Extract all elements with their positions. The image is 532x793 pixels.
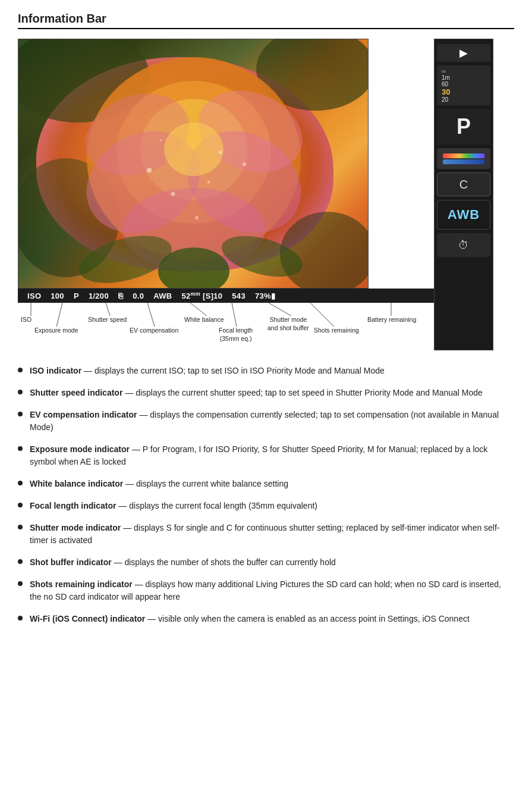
list-item: Wi-Fi (iOS Connect) indicator — visible … xyxy=(18,613,514,625)
list-item: Shots remaining indicator — displays how… xyxy=(18,578,514,603)
list-item-text: Wi-Fi (iOS Connect) indicator — visible … xyxy=(30,613,470,625)
features-list: ISO indicator — displays the current ISO… xyxy=(18,365,514,625)
ev-icon: ⎘ xyxy=(115,292,127,300)
list-item: White balance indicator — displays the c… xyxy=(18,478,514,490)
svg-point-17 xyxy=(243,162,246,166)
white-balance-diagram-label: White balance xyxy=(184,316,224,323)
timer-icon: ⏱ xyxy=(458,239,469,252)
bullet-dot xyxy=(18,390,23,394)
desc-focal: — displays the current focal length (35m… xyxy=(118,501,317,510)
battery-diagram-label: Battery remaining xyxy=(367,316,416,323)
shutter-mode-diagram-label: Shutter modeand shot buffer xyxy=(267,316,309,332)
svg-point-10 xyxy=(74,80,201,189)
sidebar-continuous-mode: C xyxy=(437,173,490,196)
awb-icon: AWB xyxy=(448,207,480,222)
sidebar-program-mode: P xyxy=(437,109,490,145)
list-item-text: EV compensation indicator — displays the… xyxy=(30,409,514,434)
term-shots-remaining: Shots remaining indicator xyxy=(30,579,133,589)
list-item-text: ISO indicator — displays the current ISO… xyxy=(30,365,385,377)
desc-iso: — displays the current ISO; tap to set I… xyxy=(84,366,385,375)
camera-viewfinder xyxy=(18,39,369,289)
list-item-text: Shots remaining indicator — displays how… xyxy=(30,578,514,603)
focal-length-diagram-label: Focal length(35mm eq.) xyxy=(219,327,253,343)
term-shutter-speed: Shutter speed indicator xyxy=(30,388,122,397)
sidebar-timer: ⏱ xyxy=(437,233,490,257)
bullet-dot xyxy=(18,581,23,586)
camera-info-bar: ISO 100 P 1/200 ⎘ 0.0 AWB 52mm [S]10 543… xyxy=(18,289,434,303)
list-item-text: Shutter mode indicator — displays S for … xyxy=(30,522,514,547)
exposure-mode-value: P xyxy=(70,292,83,300)
battery-value: 73%▮ xyxy=(251,292,279,300)
svg-point-6 xyxy=(140,99,247,200)
focal-length-value: 52mm [S]10 xyxy=(178,291,226,300)
shutter-speed-value: 1/200 xyxy=(85,292,112,300)
shots-remaining-diagram-label: Shots remaining xyxy=(314,327,359,334)
desc-shutter-speed: — displays the current shutter speed; ta… xyxy=(125,388,483,397)
list-item: EV compensation indicator — displays the… xyxy=(18,409,514,434)
bullet-dot xyxy=(18,616,23,620)
list-item-text: Shot buffer indicator — displays the num… xyxy=(30,556,336,569)
list-item: Focal length indicator — displays the cu… xyxy=(18,500,514,512)
list-item: Shot buffer indicator — displays the num… xyxy=(18,556,514,569)
svg-point-21 xyxy=(74,227,177,289)
desc-wb: — displays the current white balance set… xyxy=(125,479,288,488)
term-wb: White balance indicator xyxy=(30,479,123,488)
svg-point-2 xyxy=(18,158,119,277)
list-item: Shutter mode indicator — displays S for … xyxy=(18,522,514,547)
bullet-dot xyxy=(18,503,23,507)
svg-point-15 xyxy=(171,192,175,196)
sidebar-play: ▶ xyxy=(437,44,490,62)
svg-point-22 xyxy=(218,228,307,284)
list-item: Shutter speed indicator — displays the c… xyxy=(18,387,514,399)
svg-point-19 xyxy=(195,216,199,220)
sidebar-zoom: ∞ 1m 60 30 20 xyxy=(437,65,490,105)
svg-point-20 xyxy=(158,247,229,289)
bullet-dot xyxy=(18,559,23,564)
bullet-dot xyxy=(18,525,23,529)
svg-point-8 xyxy=(68,111,218,253)
exposure-diagram-label: Exposure mode xyxy=(34,327,78,334)
term-wifi: Wi-Fi (iOS Connect) indicator xyxy=(30,614,145,623)
list-item-text: Focal length indicator — displays the cu… xyxy=(30,500,317,512)
term-iso: ISO indicator xyxy=(30,366,81,375)
desc-shot-buffer: — displays the number of shots the buffe… xyxy=(114,557,336,567)
svg-point-16 xyxy=(207,181,210,184)
iso-label: ISO xyxy=(24,292,45,300)
program-mode-icon: P xyxy=(457,114,471,139)
list-item-text: White balance indicator — displays the c… xyxy=(30,478,288,490)
play-icon: ▶ xyxy=(459,46,468,59)
desc-wifi: — visible only when the camera is enable… xyxy=(147,614,470,623)
svg-point-1 xyxy=(256,39,369,111)
list-item-text: Shutter speed indicator — displays the c… xyxy=(30,387,483,399)
shots-remaining-value: 543 xyxy=(228,292,249,300)
svg-point-13 xyxy=(147,168,152,173)
svg-point-18 xyxy=(160,139,162,142)
term-shot-buffer: Shot buffer indicator xyxy=(30,557,112,567)
iso-value: 100 xyxy=(47,292,68,300)
svg-point-5 xyxy=(117,81,271,224)
list-item: ISO indicator — displays the current ISO… xyxy=(18,365,514,377)
svg-point-12 xyxy=(164,123,223,176)
svg-point-0 xyxy=(18,39,149,123)
term-exposure: Exposure mode indicator xyxy=(30,444,130,454)
info-bar-diagram: ISO Exposure mode Shutter speed EV compe… xyxy=(18,303,434,350)
term-ev: EV compensation indicator xyxy=(30,410,137,419)
svg-point-3 xyxy=(280,212,369,289)
iso-diagram-label: ISO xyxy=(21,316,32,323)
shutter-speed-diagram-label: Shutter speed xyxy=(88,316,127,323)
camera-sidebar: ▶ ∞ 1m 60 30 20 P xyxy=(434,39,493,350)
bullet-dot xyxy=(18,368,23,372)
sidebar-color-bars xyxy=(437,148,490,169)
list-item-text: Exposure mode indicator — P for Program,… xyxy=(30,443,514,468)
sidebar-awb: AWB xyxy=(437,200,490,230)
svg-point-14 xyxy=(219,151,222,154)
camera-diagram: ISO 100 P 1/200 ⎘ 0.0 AWB 52mm [S]10 543… xyxy=(18,39,514,350)
term-focal: Focal length indicator xyxy=(30,501,116,510)
ev-diagram-label: EV compensation xyxy=(130,327,178,334)
svg-point-9 xyxy=(122,188,265,271)
list-item: Exposure mode indicator — P for Program,… xyxy=(18,443,514,468)
page-title: Information Bar xyxy=(18,12,514,29)
continuous-mode-icon: C xyxy=(459,178,468,192)
bullet-dot xyxy=(18,412,23,416)
term-shutter-mode: Shutter mode indicator xyxy=(30,523,121,532)
